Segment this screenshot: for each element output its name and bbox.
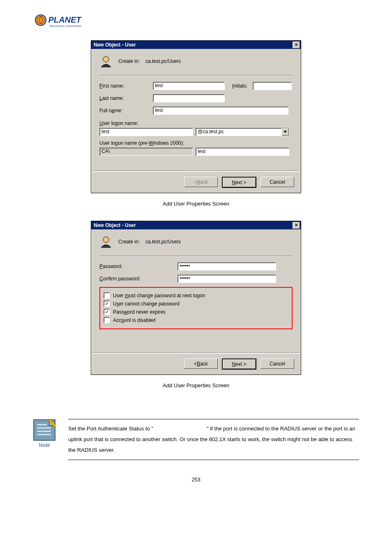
checkbox-disabled[interactable] [104, 317, 110, 323]
cancel-button[interactable]: Cancel [261, 358, 294, 369]
full-name-label: Full name: [99, 108, 153, 113]
create-in-value: ca.test.pc/Users [145, 58, 181, 64]
domain-select[interactable]: @ca.test.pc [196, 128, 289, 136]
cancel-button[interactable]: Cancel [261, 177, 294, 187]
confirm-password-label: Confirm password: [99, 276, 178, 282]
back-button[interactable]: < Back [184, 177, 218, 187]
note-text: Set the Port Authenticate Status to "" i… [68, 419, 359, 460]
opt-never-expires-label: Password never expires [113, 309, 166, 315]
pre2000-domain: CA\ [99, 148, 193, 156]
svg-point-4 [103, 237, 109, 243]
pre2000-user-input[interactable]: test [196, 148, 289, 156]
first-name-label: First name: [99, 83, 153, 89]
dialog-title: New Object - User [94, 222, 136, 228]
password-label: Password: [99, 264, 178, 269]
dialog-titlebar: New Object - User ✕ [91, 41, 301, 49]
chevron-down-icon[interactable] [281, 128, 289, 136]
opt-cannot-change-label: User cannot change password [113, 301, 180, 307]
create-in-label: Create in: [118, 239, 140, 245]
last-name-input[interactable] [153, 94, 225, 102]
figure-caption-2: Add User Properties Screen [163, 382, 229, 388]
options-highlight: User must change password at next logon … [99, 287, 293, 329]
initials-label: Initials: [225, 83, 253, 89]
dialog-titlebar: New Object - User ✕ [91, 221, 301, 229]
confirm-password-input[interactable]: •••••• [178, 275, 276, 283]
pre2000-label: User logon name (pre-Windows 2000): [99, 140, 184, 146]
password-input[interactable]: •••••• [178, 262, 276, 271]
opt-disabled-label: Account is disabled [113, 317, 155, 323]
close-icon[interactable]: ✕ [293, 222, 300, 229]
svg-text:Networking & Communication: Networking & Communication [49, 25, 82, 27]
create-in-value: ca.test.pc/Users [145, 239, 181, 245]
domain-select-value: @ca.test.pc [196, 128, 281, 136]
dialog-title: New Object - User [94, 42, 136, 48]
next-button[interactable]: Next > [222, 177, 256, 188]
new-user-dialog-2: New Object - User ✕ Create in: ca.test.p… [91, 221, 301, 375]
page-number: 253 [33, 476, 359, 483]
user-logon-input[interactable]: test [99, 128, 193, 136]
initials-input[interactable] [253, 82, 292, 90]
back-button[interactable]: < Back [184, 358, 218, 369]
checkbox-never-expires[interactable]: ✓ [104, 309, 110, 315]
user-logon-label: User logon name: [99, 120, 138, 126]
svg-point-3 [103, 56, 109, 62]
full-name-input[interactable]: test [153, 106, 288, 115]
svg-text:Note: Note [39, 442, 50, 448]
next-button[interactable]: Next > [222, 358, 256, 370]
user-head-icon [99, 55, 113, 68]
create-in-label: Create in: [118, 58, 140, 64]
checkbox-cannot-change[interactable]: ✓ [104, 301, 110, 307]
note-icon: Note [33, 419, 56, 450]
first-name-input[interactable]: test [153, 82, 225, 90]
brand-logo: PLANET Networking & Communication [33, 12, 359, 32]
figure-caption-1: Add User Properties Screen [163, 201, 229, 207]
opt-must-change-label: User must change password at next logon [113, 293, 205, 298]
last-name-label: Last name: [99, 95, 153, 101]
checkbox-must-change[interactable] [104, 292, 110, 298]
user-head-icon [99, 235, 113, 248]
close-icon[interactable]: ✕ [293, 42, 300, 49]
svg-text:PLANET: PLANET [48, 15, 82, 24]
new-user-dialog-1: New Object - User ✕ Create in: ca.test.p… [91, 40, 301, 193]
